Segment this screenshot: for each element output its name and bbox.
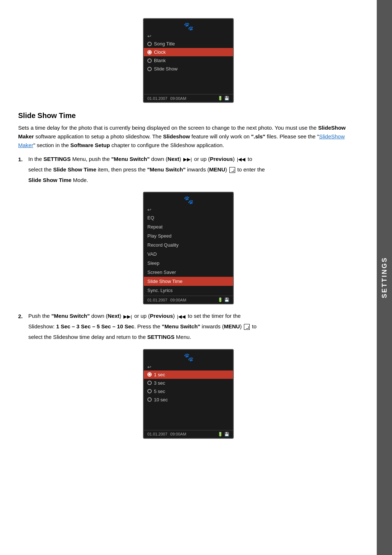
step-2-number: 2. — [18, 312, 28, 321]
device-back-row-3: ↩ — [144, 364, 233, 370]
step-1-line3: Slide Show Time Mode. — [28, 176, 359, 185]
screen1-label-blank: Blank — [154, 58, 166, 63]
menu-icon-step1 — [229, 167, 235, 173]
next-icon-step1: ▶▶| — [183, 155, 192, 163]
screen2-item-screen-saver[interactable]: Screen Saver — [144, 268, 233, 277]
radio-blank — [147, 58, 152, 63]
footer-time-2: 09:00AM — [170, 298, 186, 302]
screen1-item-clock[interactable]: Clock — [144, 48, 233, 56]
step-2-text: Push the "Menu Switch" down (Next) ▶▶| o… — [28, 312, 359, 341]
radio-3sec — [147, 381, 152, 385]
screen3-item-5sec[interactable]: 5 sec — [144, 387, 233, 396]
screen2-item-record-quality[interactable]: Record Quality — [144, 240, 233, 250]
prev-icon-step2: |◀◀ — [177, 313, 185, 320]
step-1-line2: select the Slide Show Time item, then pr… — [28, 165, 359, 174]
footer-icons-1: 🔋 💾 — [218, 96, 229, 101]
screen3-label-3sec: 3 sec — [154, 380, 165, 386]
screen2-item-slide-show-time[interactable]: Slide Show Time — [144, 277, 233, 286]
settings-tab-label: SETTINGS — [381, 257, 388, 298]
screen2-item-play-speed[interactable]: Play Speed — [144, 231, 233, 240]
body-paragraph-1: Sets a time delay for the photo that is … — [18, 123, 359, 150]
device-logo-icon-1: 🐾 — [184, 22, 193, 31]
device-header-2: 🐾 — [144, 193, 233, 206]
step-1-text: In the SETTINGS Menu, push the "Menu Swi… — [28, 155, 359, 185]
device-logo-icon-2: 🐾 — [184, 195, 193, 205]
section-title: Slide Show Time — [18, 112, 359, 120]
device-back-row-2: ↩ — [144, 206, 233, 213]
footer-date-3: 01.01.2007 — [147, 432, 167, 436]
back-arrow-1: ↩ — [147, 33, 151, 39]
footer-time-1: 09:00AM — [170, 96, 186, 101]
screen1-label-song-title: Song Title — [154, 41, 175, 46]
device-footer-2: 01.01.2007 09:00AM 🔋 💾 — [144, 296, 233, 304]
main-content: 🐾 ↩ Song Title Clock Blank Slide Show 01… — [0, 0, 377, 555]
to-text-step1: to — [248, 156, 252, 162]
step-1-number: 1. — [18, 155, 28, 164]
footer-icons-3: 🔋 💾 — [218, 432, 229, 437]
device-screen-1: 🐾 ↩ Song Title Clock Blank Slide Show 01… — [143, 18, 234, 103]
footer-icons-2: 🔋 💾 — [218, 297, 229, 302]
step-2-line2: Slideshow: 1 Sec – 3 Sec – 5 Sec – 10 Se… — [28, 322, 359, 331]
screen2-item-eq[interactable]: EQ — [144, 213, 233, 222]
to-text-step2: to — [252, 323, 257, 329]
screen3-label-1sec: 1 sec — [154, 372, 165, 377]
radio-clock — [147, 50, 152, 54]
device-back-row-1: ↩ — [144, 33, 233, 40]
step-2-row: 2. Push the "Menu Switch" down (Next) ▶▶… — [18, 312, 359, 341]
screen1-label-slideshow: Slide Show — [154, 66, 177, 72]
card-icon-2: 💾 — [224, 297, 229, 302]
settings-tab: SETTINGS — [377, 0, 392, 555]
screen1-label-clock: Clock — [154, 49, 166, 55]
battery-icon-2: 🔋 — [218, 297, 223, 302]
radio-slideshow — [147, 67, 152, 71]
device-logo-icon-3: 🐾 — [184, 353, 193, 362]
device-footer-1: 01.01.2007 09:00AM 🔋 💾 — [144, 94, 233, 102]
back-arrow-2: ↩ — [147, 207, 151, 212]
device-screen-3: 🐾 ↩ 1 sec 3 sec 5 sec 10 sec 01.01.2007 … — [143, 349, 234, 439]
radio-10sec — [147, 397, 152, 402]
card-icon-3: 💾 — [224, 432, 229, 437]
footer-date-1: 01.01.2007 — [147, 96, 167, 101]
screen3-item-10sec[interactable]: 10 sec — [144, 396, 233, 404]
radio-5sec — [147, 389, 152, 393]
screen3-label-5sec: 5 sec — [154, 389, 165, 394]
screen1-item-song-title[interactable]: Song Title — [144, 40, 233, 48]
screen2-item-vad[interactable]: VAD — [144, 250, 233, 259]
screen1-item-blank[interactable]: Blank — [144, 56, 233, 65]
screen2-item-sleep[interactable]: Sleep — [144, 259, 233, 268]
device-header-1: 🐾 — [144, 19, 233, 33]
step-1-row: 1. In the SETTINGS Menu, push the "Menu … — [18, 155, 359, 185]
card-icon-1: 💾 — [224, 96, 229, 101]
device-header-3: 🐾 — [144, 350, 233, 364]
screen3-item-1sec[interactable]: 1 sec — [144, 370, 233, 379]
back-arrow-3: ↩ — [147, 364, 151, 370]
radio-song-title — [147, 42, 152, 46]
next-icon-step2: ▶▶| — [123, 313, 132, 320]
device-footer-3: 01.01.2007 09:00AM 🔋 💾 — [144, 430, 233, 438]
screen2-item-repeat[interactable]: Repeat — [144, 222, 233, 231]
screen3-item-3sec[interactable]: 3 sec — [144, 379, 233, 387]
screen2-item-sync-lyrics[interactable]: Sync. Lyrics — [144, 286, 233, 295]
step-2-line3: select the Slideshow time delay and retu… — [28, 333, 359, 342]
screen1-item-slideshow[interactable]: Slide Show — [144, 65, 233, 73]
footer-date-2: 01.01.2007 — [147, 298, 167, 302]
device-screen-2: 🐾 ↩ EQ Repeat Play Speed Record Quality … — [143, 192, 234, 304]
footer-time-3: 09:00AM — [170, 432, 186, 436]
prev-icon-step1: |◀◀ — [237, 155, 245, 163]
radio-1sec — [147, 372, 152, 377]
menu-icon-step2 — [244, 324, 250, 330]
battery-icon-3: 🔋 — [218, 432, 223, 437]
screen3-label-10sec: 10 sec — [154, 397, 168, 402]
battery-icon-1: 🔋 — [218, 96, 223, 101]
